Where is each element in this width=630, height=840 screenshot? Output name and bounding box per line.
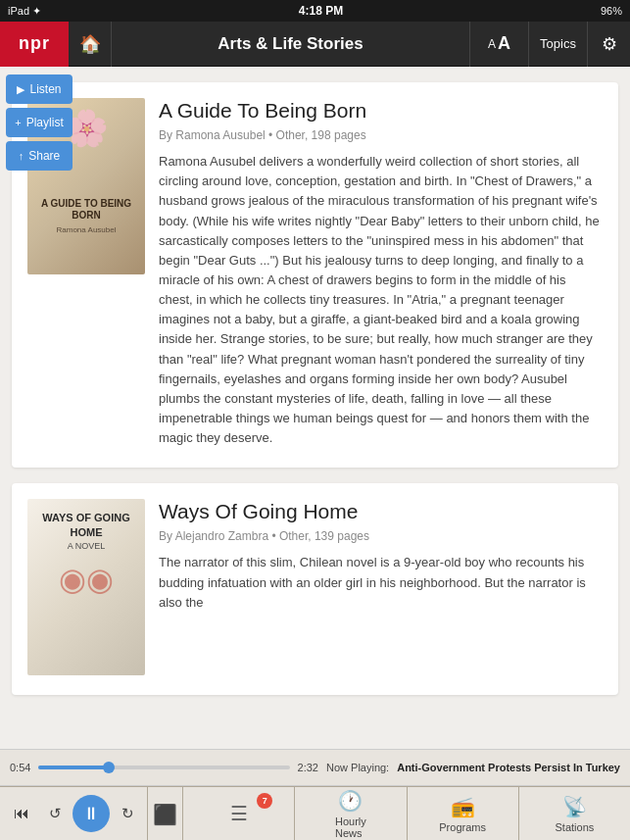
plus-icon: + — [15, 117, 21, 128]
topics-button[interactable]: Topics — [528, 22, 587, 67]
article-text-2: Ways Of Going Home By Alejandro Zambra •… — [159, 499, 603, 675]
progress-bar-track[interactable] — [38, 766, 289, 769]
now-playing-bar: 0:54 2:32 Now Playing: Anti-Government P… — [0, 749, 630, 786]
article-body-2: The narrator of this slim, Chilean novel… — [159, 553, 603, 612]
font-small-label: A — [488, 37, 496, 51]
book-title-1: A GUIDE TO BEING BORN — [35, 198, 137, 222]
article-title-2: Ways Of Going Home — [159, 499, 603, 523]
article-card-2: WAYS OF GOING HOME A NOVEL ◉◉ Ways Of Go… — [12, 483, 618, 695]
side-panel: ▶ Listen + Playlist ↑ Share — [0, 67, 78, 178]
bottom-tabs: ⏮ ↺ ⏸ ↻ ⬛ ☰ 7 🕐 HourlyNews 📻 Programs 📡 … — [0, 786, 630, 840]
book-author-1: Ramona Ausubel — [57, 225, 117, 234]
status-right: 96% — [601, 5, 622, 17]
programs-label: Programs — [439, 821, 486, 833]
now-playing-label: Now Playing: — [326, 762, 389, 773]
play-pause-button[interactable]: ⏸ — [73, 795, 110, 832]
article-body-1: Ramona Ausubel delivers a wonderfully we… — [159, 152, 603, 448]
programs-icon: 📻 — [451, 795, 475, 818]
screen-mirror-button[interactable]: ⬛ — [148, 787, 183, 840]
page-title: Arts & Life Stories — [112, 34, 469, 54]
article-card: 🌸 A GUIDE TO BEING BORN Ramona Ausubel A… — [12, 82, 618, 468]
tab-programs[interactable]: 📻 Programs — [407, 787, 518, 840]
listen-label: Listen — [29, 82, 61, 96]
status-left: iPad ✦ — [8, 5, 41, 18]
playlist-label: Playlist — [26, 116, 64, 129]
book-title-2: WAYS OF GOING HOME — [35, 511, 137, 539]
tab-hourly-news[interactable]: 🕐 HourlyNews — [294, 787, 406, 840]
settings-button[interactable]: ⚙ — [587, 22, 630, 67]
tab-queue[interactable]: ☰ 7 — [183, 787, 294, 840]
tab-bar-items: ☰ 7 🕐 HourlyNews 📻 Programs 📡 Stations — [183, 787, 630, 840]
prev-button[interactable]: ⏮ — [6, 798, 37, 829]
progress-thumb — [103, 762, 115, 773]
main-content[interactable]: 🌸 A GUIDE TO BEING BORN Ramona Ausubel A… — [0, 67, 630, 711]
share-button[interactable]: ↑ Share — [6, 141, 73, 171]
now-playing-title: Anti-Government Protests Persist In Turk… — [397, 762, 620, 773]
font-large-label: A — [498, 33, 510, 54]
share-label: Share — [28, 149, 60, 163]
stations-icon: 📡 — [562, 795, 587, 818]
hourly-news-label: HourlyNews — [335, 815, 366, 839]
back30-button[interactable]: ↺ — [41, 800, 69, 827]
progress-bar-fill — [38, 766, 109, 769]
npr-logo[interactable]: npr — [0, 22, 69, 67]
playlist-button[interactable]: + Playlist — [6, 108, 73, 137]
top-nav: npr 🏠 Arts & Life Stories A A Topics ⚙ — [0, 22, 630, 67]
queue-badge: 7 — [257, 793, 272, 809]
article-title-1: A Guide To Being Born — [159, 98, 603, 123]
book-decor-2: ◉◉ — [59, 561, 114, 598]
hourly-news-icon: 🕐 — [338, 789, 363, 813]
stations-label: Stations — [556, 821, 595, 833]
status-bar: iPad ✦ 4:18 PM 96% — [0, 0, 630, 22]
share-icon: ↑ — [19, 150, 24, 162]
font-size-button[interactable]: A A — [469, 22, 528, 67]
status-ipad: iPad ✦ — [8, 5, 41, 18]
forward-button[interactable]: ↻ — [114, 800, 141, 827]
listen-button[interactable]: ▶ Listen — [6, 74, 73, 104]
article-meta-2: By Alejandro Zambra • Other, 139 pages — [159, 529, 603, 543]
tab-stations[interactable]: 📡 Stations — [518, 787, 630, 840]
book-subtitle-2: A NOVEL — [68, 541, 106, 551]
article-image-2: WAYS OF GOING HOME A NOVEL ◉◉ — [27, 499, 145, 675]
time-current: 0:54 — [10, 762, 30, 773]
status-battery: 96% — [601, 5, 622, 17]
player-controls: ⏮ ↺ ⏸ ↻ — [0, 787, 148, 840]
article-meta-1: By Ramona Ausubel • Other, 198 pages — [159, 128, 603, 142]
queue-icon: ☰ — [230, 802, 248, 825]
status-time: 4:18 PM — [299, 4, 343, 18]
article-text-1: A Guide To Being Born By Ramona Ausubel … — [159, 98, 603, 448]
play-icon: ▶ — [17, 83, 24, 96]
home-button[interactable]: 🏠 — [69, 22, 112, 67]
time-total: 2:32 — [298, 762, 318, 773]
